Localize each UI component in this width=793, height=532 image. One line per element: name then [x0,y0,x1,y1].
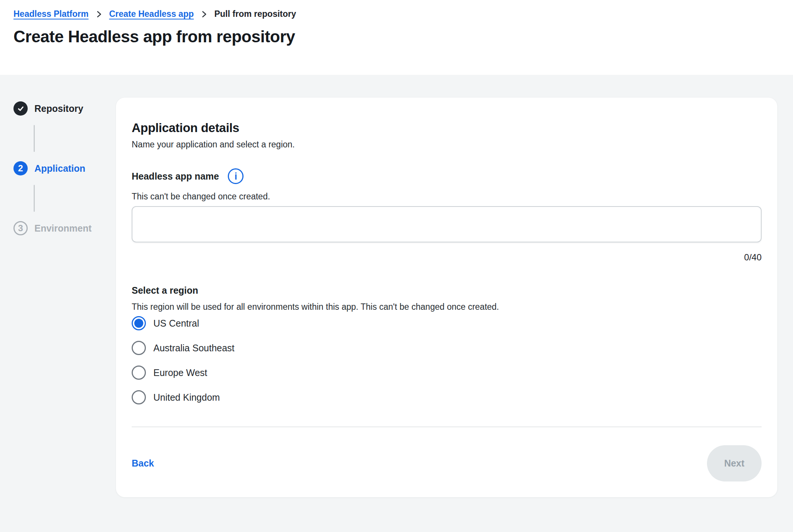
stepper-connector [34,125,35,152]
next-button[interactable]: Next [707,445,762,481]
step-number-badge: 3 [13,221,28,235]
stepper-step-application[interactable]: 2 Application [13,158,116,179]
radio-label: Europe West [153,367,207,378]
stepper-step-repository[interactable]: Repository [13,98,116,119]
chevron-right-icon [201,10,207,19]
radio-label: Australia Southeast [153,343,235,354]
radio-option-australia-southeast[interactable]: Australia Southeast [132,340,235,356]
breadcrumb-current: Pull from repository [214,9,296,19]
app-name-helper: This can't be changed once created. [132,192,762,202]
radio-unselected-icon [132,366,146,380]
step-label: Environment [34,223,92,234]
step-label: Repository [34,103,83,114]
char-counter: 0/40 [132,252,762,263]
card-footer: Back Next [132,445,762,481]
stepper-connector [34,185,35,212]
region-description: This region will be used for all environ… [132,302,762,312]
stepper-step-environment: 3 Environment [13,218,116,239]
page-body: Repository 2 Application 3 Environment A… [0,75,793,512]
page-header: Headless Platform Create Headless app Pu… [0,0,793,75]
page-title: Create Headless app from repository [13,28,780,45]
app-name-label: Headless app name [132,171,219,182]
breadcrumb-link-headless-platform[interactable]: Headless Platform [13,9,89,19]
breadcrumb-link-create-headless-app[interactable]: Create Headless app [109,9,194,19]
check-icon [13,101,28,116]
radio-label: United Kingdom [153,392,220,403]
radio-option-united-kingdom[interactable]: United Kingdom [132,389,220,406]
radio-option-us-central[interactable]: US Central [132,315,199,331]
app-name-input[interactable] [132,206,762,242]
app-name-label-row: Headless app name i [132,168,762,184]
radio-unselected-icon [132,390,146,404]
card-title: Application details [132,121,762,135]
footer-divider [132,426,762,427]
wizard-stepper: Repository 2 Application 3 Environment [0,75,116,239]
step-number-badge: 2 [13,161,28,175]
radio-selected-icon [132,316,146,330]
radio-unselected-icon [132,341,146,355]
back-link[interactable]: Back [132,458,154,469]
radio-label: US Central [153,318,199,329]
info-icon[interactable]: i [228,168,244,184]
application-details-card: Application details Name your applicatio… [116,98,777,497]
chevron-right-icon [96,10,102,19]
card-subtitle: Name your application and select a regio… [132,140,762,150]
radio-option-europe-west[interactable]: Europe West [132,364,207,381]
breadcrumb: Headless Platform Create Headless app Pu… [13,9,780,19]
step-label: Application [34,163,85,174]
region-label: Select a region [132,285,762,296]
page: Headless Platform Create Headless app Pu… [0,0,793,512]
